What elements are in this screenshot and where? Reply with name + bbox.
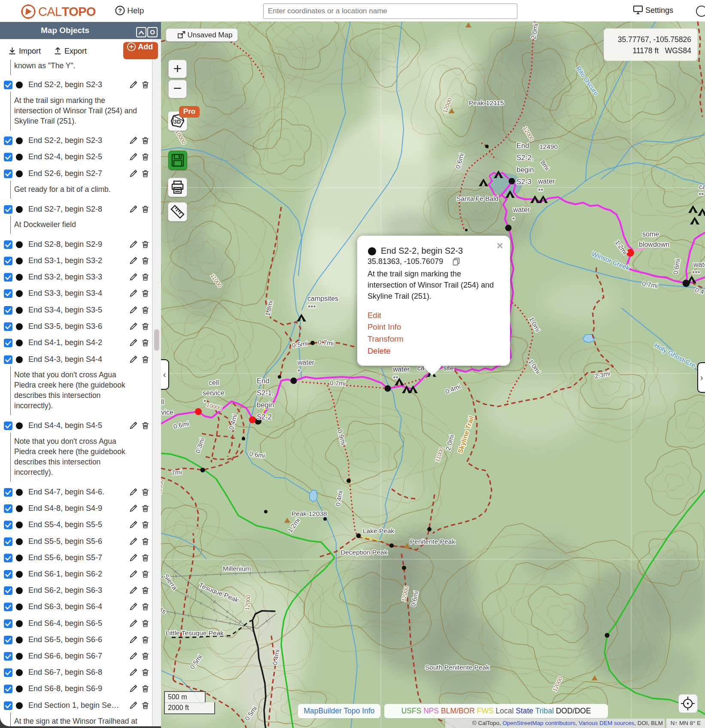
svg-text:End: End — [517, 142, 529, 149]
svg-text:Peak 12038: Peak 12038 — [292, 510, 327, 517]
svg-text:water: water — [297, 359, 315, 366]
svg-text:Peak 12115: Peak 12115 — [469, 99, 504, 106]
svg-text:water: water — [513, 206, 530, 213]
svg-text:campsites: campsites — [307, 295, 338, 302]
svg-text:blowdown: blowdown — [639, 241, 669, 248]
svg-text:*: * — [204, 399, 206, 406]
svg-text:12000: 12000 — [244, 595, 252, 610]
svg-text:**: ** — [393, 375, 398, 382]
svg-text:begin: begin — [257, 401, 274, 409]
svg-text:12490: 12490 — [539, 143, 558, 150]
svg-text:some: some — [642, 231, 659, 238]
svg-text:South Penitente Peak: South Penitente Peak — [425, 664, 489, 671]
svg-text:ll: ll — [161, 398, 164, 406]
svg-text:water: water — [392, 366, 410, 373]
svg-text:rvice: rvice — [161, 409, 173, 416]
svg-text:***: *** — [308, 304, 316, 312]
svg-text:begin: begin — [517, 166, 534, 173]
svg-text:***: *** — [692, 270, 700, 277]
svg-text:Santa Fe Bald: Santa Fe Bald — [456, 195, 498, 202]
svg-text:**: ** — [538, 188, 543, 195]
svg-text:S2-3: S2-3 — [517, 178, 532, 185]
svg-text:Little Tesuque Peak: Little Tesuque Peak — [166, 629, 224, 637]
svg-text:Millenium: Millenium — [223, 565, 251, 572]
svg-text:service: service — [203, 389, 225, 397]
svg-text:cell: cell — [209, 379, 219, 386]
svg-text:ca: ca — [699, 183, 705, 191]
svg-text:7mi: 7mi — [171, 468, 182, 476]
svg-text:3D: 3D — [174, 118, 181, 125]
svg-text:0.7mi: 0.7mi — [330, 379, 346, 387]
svg-text:Deception Peak: Deception Peak — [340, 549, 388, 556]
svg-text:0.7mi: 0.7mi — [318, 338, 334, 347]
svg-text:*: * — [512, 216, 515, 224]
svg-text:*: * — [298, 368, 300, 376]
svg-text:S2-2,: S2-2, — [517, 154, 533, 161]
svg-text:?: ? — [118, 7, 122, 14]
svg-text:S2-2: S2-2 — [257, 413, 272, 421]
svg-text:Lake Peak: Lake Peak — [363, 527, 394, 534]
svg-text:S2-1,: S2-1, — [257, 389, 273, 397]
svg-text:**: ** — [699, 192, 704, 199]
svg-text:water: water — [538, 178, 555, 185]
svg-text:wate: wate — [693, 261, 705, 268]
svg-text:Penitente Peak: Penitente Peak — [410, 538, 455, 545]
svg-text:End: End — [257, 377, 269, 385]
